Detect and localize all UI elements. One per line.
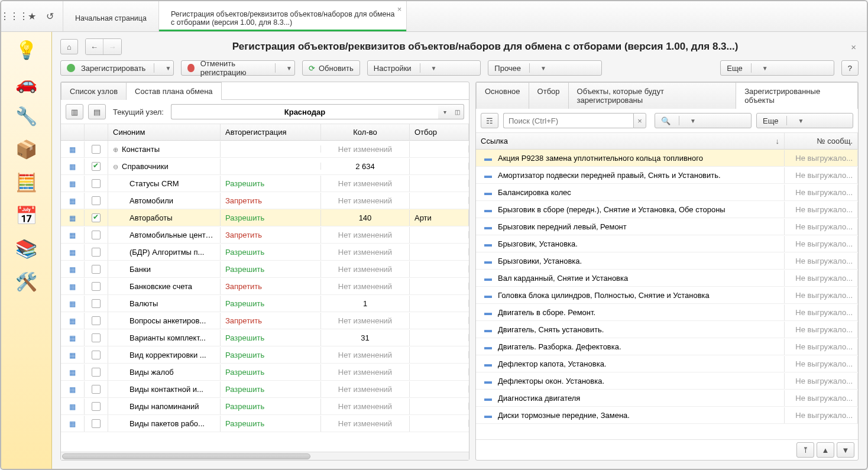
search-input[interactable] [503, 113, 633, 128]
table-row[interactable]: ▦Автомобильные центрыЗапретитьНет измене… [61, 226, 469, 244]
node-open-icon[interactable]: ◫ [451, 104, 464, 119]
list-item[interactable]: ▬Двигатель в сборе. Ремонт.Не выгружало.… [476, 304, 858, 321]
tree-toggle-icon[interactable]: ⊕ [113, 146, 118, 153]
unregister-button[interactable]: Отменить регистрацию▼ [181, 60, 294, 76]
list-item[interactable]: ▬Брызговики, Установка.Не выгружало... [476, 252, 858, 270]
favorite-icon[interactable]: ★ [25, 9, 39, 24]
checkbox[interactable] [92, 333, 101, 342]
table-row[interactable]: ▦Вид корректировки ...РазрешитьНет измен… [61, 346, 469, 364]
checkbox[interactable] [92, 368, 101, 377]
section-abacus-icon[interactable]: 🧮 [9, 169, 44, 195]
collapse-tree-icon[interactable]: ▤ [88, 104, 106, 119]
table-row[interactable]: ▦ВалютыРазрешить1 [61, 295, 469, 312]
tree-toggle-icon[interactable]: ⊖ [113, 163, 118, 170]
list-item[interactable]: ▬Брызговик в сборе (передн.), Снятие и У… [476, 201, 858, 218]
checkbox[interactable] [92, 299, 101, 308]
col-autoreg[interactable]: Авторегистрация [221, 124, 321, 140]
table-row[interactable]: ▦⊕КонстантыНет изменений [61, 141, 469, 158]
right-tab-registered[interactable]: Зарегистрированные объекты [736, 82, 858, 109]
checkbox[interactable] [92, 213, 101, 222]
tab-home[interactable]: Начальная страница [63, 1, 159, 31]
table-row[interactable]: ▦Виды напоминанийРазрешитьНет изменений [61, 398, 469, 415]
refresh-button[interactable]: ⟳ Обновить [302, 60, 360, 76]
list-item[interactable]: ▬Вал карданный, Снятие и УстановкаНе выг… [476, 270, 858, 287]
go-down-icon[interactable]: ▼ [837, 442, 854, 458]
forward-button[interactable]: → [103, 39, 121, 54]
list-item[interactable]: ▬Амортизатор подвески передней правый, С… [476, 167, 858, 184]
left-tab-nodes[interactable]: Список узлов [61, 82, 127, 100]
checkbox[interactable] [92, 179, 101, 188]
checkbox[interactable] [92, 316, 101, 325]
col-filter[interactable]: Отбор [410, 124, 469, 140]
col-count[interactable]: Кол-во [321, 124, 410, 140]
checkbox[interactable] [92, 265, 101, 274]
table-row[interactable]: ▦Варианты комплект...Разрешить31 [61, 329, 469, 346]
checkbox[interactable] [92, 162, 101, 171]
right-tab-willreg[interactable]: Объекты, которые будут зарегистрированы [568, 82, 737, 109]
more-button[interactable]: Еще▼ [720, 60, 834, 76]
list-item[interactable]: ▬Диагностика двигателяНе выгружало... [476, 390, 858, 407]
checkbox[interactable] [92, 145, 101, 154]
node-dropdown-icon[interactable]: ▾ [438, 104, 451, 119]
expand-tree-icon[interactable]: ▥ [66, 104, 83, 119]
right-tab-filter[interactable]: Отбор [529, 82, 569, 109]
list-item[interactable]: ▬Дефлекторы окон. Установка.Не выгружало… [476, 372, 858, 390]
apps-icon[interactable]: ⋮⋮⋮ [7, 9, 21, 24]
filter-icon[interactable]: ☶ [481, 113, 498, 128]
register-button[interactable]: Зарегистрировать▼ [60, 60, 174, 76]
checkbox[interactable] [92, 351, 101, 359]
table-row[interactable]: ▦Виды пакетов рабо...РазрешитьНет измене… [61, 415, 469, 432]
close-page-icon[interactable]: × [848, 42, 859, 52]
current-node-input[interactable] [171, 104, 438, 119]
clear-search-icon[interactable]: × [633, 113, 646, 128]
list-item[interactable]: ▬Акция Р9238 замена уплотнительного коль… [476, 150, 858, 167]
checkbox[interactable] [92, 282, 101, 291]
list-item[interactable]: ▬Брызговик, Установка.Не выгружало... [476, 235, 858, 252]
table-row[interactable]: ▦(БДР) Алгоритмы п...РазрешитьНет измене… [61, 244, 469, 261]
list-item[interactable]: ▬Брызговик передний левый, РемонтНе выгр… [476, 218, 858, 235]
list-item[interactable]: ▬Дефлектор капота, Установка.Не выгружал… [476, 355, 858, 372]
table-row[interactable]: ▦⊖Справочники2 634 [61, 158, 469, 175]
checkbox[interactable] [92, 196, 101, 205]
tab-registration[interactable]: Регистрация объектов/реквизитов объектов… [159, 1, 407, 31]
checkbox[interactable] [92, 385, 101, 394]
col-msg[interactable]: № сообщ. [785, 133, 858, 149]
hscrollbar[interactable] [61, 452, 469, 460]
table-row[interactable]: ▦АвтоработыРазрешить140Арти [61, 209, 469, 226]
right-more-button[interactable]: Еще▼ [756, 113, 853, 128]
table-row[interactable]: ▦Банковские счетаЗапретитьНет изменений [61, 278, 469, 295]
go-up-icon[interactable]: ▲ [817, 442, 834, 458]
history-icon[interactable]: ↺ [43, 9, 57, 24]
section-service-icon[interactable]: 🔧 [9, 103, 44, 129]
list-item[interactable]: ▬Балансировка колесНе выгружало... [476, 184, 858, 201]
checkbox[interactable] [92, 231, 101, 239]
table-row[interactable]: ▦Виды контактной и...РазрешитьНет измене… [61, 381, 469, 398]
table-row[interactable]: ▦Виды жалобРазрешитьНет изменений [61, 364, 469, 381]
home-button[interactable]: ⌂ [60, 39, 78, 54]
table-row[interactable]: ▦Статусы CRMРазрешитьНет изменений [61, 175, 469, 192]
table-row[interactable]: ▦Вопросы анкетиров...ЗапретитьНет измене… [61, 312, 469, 329]
close-icon[interactable]: × [397, 5, 402, 14]
table-row[interactable]: ▦БанкиРазрешитьНет изменений [61, 261, 469, 278]
goto-top-icon[interactable]: ⤒ [796, 442, 814, 458]
search-button[interactable]: 🔍▼ [655, 113, 752, 128]
section-car-icon[interactable]: 🚗 [9, 70, 44, 96]
checkbox[interactable] [92, 402, 101, 411]
col-synonym[interactable]: Синоним [108, 124, 221, 140]
back-button[interactable]: ← [86, 39, 103, 54]
list-item[interactable]: ▬Головка блока цилиндров, Полностью, Сня… [476, 287, 858, 304]
section-calendar-icon[interactable]: 📅 [9, 202, 44, 228]
help-button[interactable]: ? [841, 60, 859, 76]
list-item[interactable]: ▬Диски тормозные передние, Замена.Не выг… [476, 407, 858, 424]
section-tools-icon[interactable]: 🛠️ [9, 268, 44, 294]
section-box-icon[interactable]: 📦 [9, 136, 44, 162]
list-item[interactable]: ▬Двигатель, Снять установить.Не выгружал… [476, 321, 858, 338]
left-tab-plan[interactable]: Состав плана обмена [126, 82, 222, 100]
other-button[interactable]: Прочее▼ [488, 60, 601, 76]
checkbox[interactable] [92, 419, 101, 428]
table-row[interactable]: ▦АвтомобилиЗапретитьНет изменений [61, 192, 469, 209]
checkbox[interactable] [92, 248, 101, 257]
right-tab-main[interactable]: Основное [476, 82, 529, 109]
list-item[interactable]: ▬Двигатель. Разборка. Дефектовка.Не выгр… [476, 338, 858, 355]
section-books-icon[interactable]: 📚 [9, 235, 44, 261]
